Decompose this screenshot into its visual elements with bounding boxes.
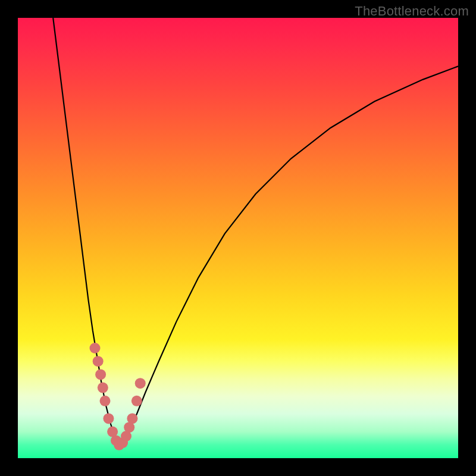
- scatter-point: [90, 343, 101, 353]
- curve-left-branch: [53, 18, 119, 445]
- scatter-point: [135, 378, 146, 389]
- scatter-point: [103, 413, 114, 424]
- scatter-point: [93, 356, 104, 367]
- scatter-point: [131, 396, 142, 406]
- scatter-point: [98, 383, 108, 393]
- scatter-point: [127, 413, 137, 424]
- watermark-text: TheBottleneck.com: [355, 4, 469, 19]
- curve-right-branch: [119, 66, 458, 444]
- scatter-point: [100, 396, 111, 406]
- scatter-points-group: [90, 343, 146, 450]
- chart-plot-area: [18, 18, 458, 458]
- chart-svg: [18, 18, 458, 458]
- scatter-point: [95, 369, 106, 380]
